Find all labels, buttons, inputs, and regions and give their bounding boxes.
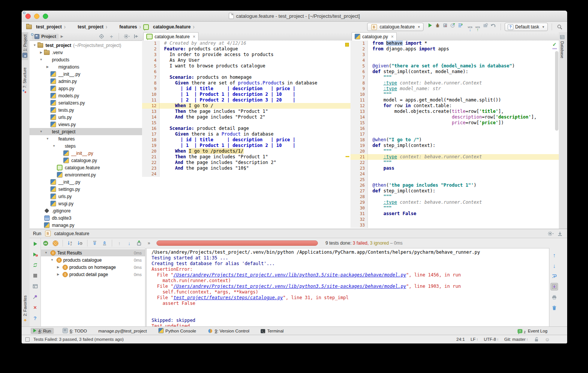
line-number[interactable]: 24 bbox=[142, 171, 160, 177]
tree-item-__init__.py[interactable]: __init__.py bbox=[30, 70, 142, 78]
breadcrumb-item-test_project[interactable]: test_project bbox=[67, 24, 104, 30]
line-number[interactable]: 23 bbox=[350, 165, 368, 171]
line-number[interactable]: 21 bbox=[142, 154, 160, 160]
task-select[interactable]: ? Default task ▼ bbox=[505, 23, 548, 31]
test-node-products-on-homepage[interactable]: ▶!products on homepage0ms bbox=[41, 264, 145, 271]
line-number[interactable]: 9 bbox=[350, 86, 368, 92]
gear-arrow-icon[interactable] bbox=[122, 33, 130, 40]
line-number[interactable]: 11 bbox=[350, 97, 368, 103]
up-gray-icon[interactable]: ↑ bbox=[116, 239, 123, 247]
breadcrumb-item-features[interactable]: features bbox=[109, 24, 138, 30]
tree-item-migrations[interactable]: ▶migrations bbox=[30, 63, 142, 70]
chevrons-icon[interactable]: » bbox=[145, 239, 153, 247]
line-number[interactable]: 14 bbox=[142, 114, 160, 120]
line-number[interactable]: 1 bbox=[350, 41, 368, 46]
project-panel-title-button[interactable]: Project bbox=[32, 34, 59, 39]
close-window-button[interactable] bbox=[25, 14, 31, 19]
up-blue-icon[interactable]: ↑ bbox=[550, 251, 558, 259]
stack-trace-link[interactable]: /Users/andrey/Projects/test_project/.ven… bbox=[174, 284, 406, 289]
sort-time-icon[interactable] bbox=[76, 239, 84, 247]
line-number[interactable]: 3 bbox=[350, 52, 368, 58]
line-number[interactable]: 24 bbox=[350, 171, 368, 177]
toolwindow-tab---version-control[interactable]: 9: Version Control bbox=[205, 328, 252, 334]
status-widget-utf-8[interactable]: UTF-8↕ bbox=[484, 337, 499, 342]
line-number[interactable]: 7 bbox=[142, 75, 160, 80]
test-console[interactable]: /Users/andrey/Projects/test_project/.ven… bbox=[146, 248, 549, 327]
line-number[interactable]: 5 bbox=[350, 63, 368, 69]
autotest-icon[interactable] bbox=[31, 261, 39, 269]
line-number[interactable]: 33 bbox=[350, 222, 368, 228]
line-number[interactable]: 30 bbox=[350, 205, 368, 211]
line-number[interactable]: 13 bbox=[142, 109, 160, 114]
toolwindow-tab---todo[interactable]: 6: TODO bbox=[60, 327, 90, 335]
toolwindow-tab---run[interactable]: 4: Run bbox=[31, 328, 54, 334]
line-number[interactable]: 8 bbox=[142, 80, 160, 86]
line-number[interactable]: 8 bbox=[350, 80, 368, 86]
tree-item-test_project[interactable]: ▼test_project(~/Projects/test_project) bbox=[30, 42, 142, 49]
tree-item-urls.py[interactable]: urls.py bbox=[30, 114, 142, 121]
line-number[interactable]: 5 bbox=[142, 63, 160, 69]
tree-item-urls.py[interactable]: urls.py bbox=[30, 193, 142, 200]
tree-item-tests.py[interactable]: tests.py bbox=[30, 106, 142, 114]
sidebar-tab-structure[interactable]: 7: Structure bbox=[22, 65, 28, 95]
toolwindow-tab-manage-py-test-project[interactable]: manage.py@test_project bbox=[96, 328, 150, 334]
coverage-icon[interactable] bbox=[441, 22, 449, 29]
test-node-product-detail-page[interactable]: ▶!product detail page0ms bbox=[41, 271, 145, 278]
down-blue-icon[interactable]: ↓ bbox=[125, 239, 133, 247]
status-widget-lf[interactable]: LF↕ bbox=[471, 337, 478, 342]
tree-item-manage.py[interactable]: manage.py bbox=[30, 222, 142, 229]
tree-item-serializers.py[interactable]: serializers.py bbox=[30, 99, 142, 106]
chevron-right-icon[interactable]: ▶ bbox=[61, 34, 63, 38]
line-number[interactable]: 12 bbox=[142, 103, 160, 109]
line-number[interactable]: 23 bbox=[142, 165, 160, 171]
scrollbar-mark-comment[interactable] bbox=[345, 43, 349, 47]
search-icon[interactable] bbox=[556, 23, 563, 31]
tab-catalogue-feature[interactable]: catalogue.feature × bbox=[143, 32, 199, 41]
debug-icon[interactable] bbox=[434, 22, 441, 29]
tree-item-db.sqlite3[interactable]: db.sqlite3 bbox=[30, 214, 142, 222]
sidebar-tab-database[interactable]: Database bbox=[559, 32, 566, 61]
expand-all-icon[interactable] bbox=[91, 239, 99, 247]
toolwindow-tab-terminal[interactable]: ›_Terminal bbox=[258, 328, 286, 334]
expander-icon[interactable]: ▶ bbox=[55, 273, 61, 276]
line-number[interactable]: 15 bbox=[142, 120, 160, 126]
line-number[interactable]: 18 bbox=[142, 137, 160, 143]
expander-icon[interactable]: ▼ bbox=[43, 251, 49, 254]
stop-icon[interactable] bbox=[31, 272, 39, 279]
line-number[interactable]: 3 bbox=[142, 52, 160, 58]
line-number[interactable]: 19 bbox=[142, 143, 160, 148]
line-number[interactable]: 16 bbox=[142, 126, 160, 131]
softwrap-icon[interactable] bbox=[550, 272, 558, 280]
toggle-stripes-icon[interactable] bbox=[25, 337, 30, 342]
test-node-products-catalogue[interactable]: ▼!products catalogue0ms bbox=[41, 256, 145, 264]
line-number[interactable]: 7 bbox=[350, 75, 368, 80]
line-number[interactable]: 32 bbox=[350, 217, 368, 222]
line-number[interactable]: 18 bbox=[350, 137, 368, 143]
line-number[interactable]: 21 bbox=[350, 154, 368, 160]
event-log-button[interactable]: !2Event Log bbox=[518, 328, 547, 334]
close-icon[interactable]: × bbox=[31, 304, 39, 311]
tree-item-admin.py[interactable]: admin.py bbox=[30, 78, 142, 85]
line-number[interactable]: 10 bbox=[142, 92, 160, 97]
vcs-down-icon[interactable]: VCS↓ bbox=[466, 25, 474, 32]
export-icon[interactable] bbox=[135, 239, 143, 247]
tree-item-catalogue.feature[interactable]: catalogue.feature bbox=[30, 164, 142, 171]
sort-az-icon[interactable]: az bbox=[66, 239, 74, 247]
zoom-window-button[interactable] bbox=[43, 14, 48, 19]
tree-item-test_project[interactable]: ▼test_project bbox=[30, 128, 142, 135]
tree-item-catalogue.py[interactable]: catalogue.py bbox=[30, 157, 142, 164]
line-number[interactable]: 13 bbox=[350, 109, 368, 114]
line-number[interactable]: 14 bbox=[350, 114, 368, 120]
line-number[interactable]: 22 bbox=[350, 160, 368, 165]
line-number[interactable]: 4 bbox=[350, 58, 368, 63]
line-number[interactable]: 29 bbox=[350, 200, 368, 205]
project-tree[interactable]: ▼test_project(~/Projects/test_project)▶.… bbox=[30, 41, 142, 229]
hide-left-icon[interactable] bbox=[132, 33, 140, 40]
line-number[interactable]: 25 bbox=[350, 177, 368, 183]
changes-icon[interactable] bbox=[482, 22, 489, 29]
tree-item-__init__.py[interactable]: __init__.py bbox=[30, 178, 142, 186]
tree-item-products[interactable]: ▼products bbox=[30, 56, 142, 63]
gear-arrow-icon[interactable] bbox=[546, 230, 554, 237]
help-icon[interactable]: ? bbox=[31, 314, 39, 322]
tree-item-features[interactable]: ▼features bbox=[30, 135, 142, 142]
